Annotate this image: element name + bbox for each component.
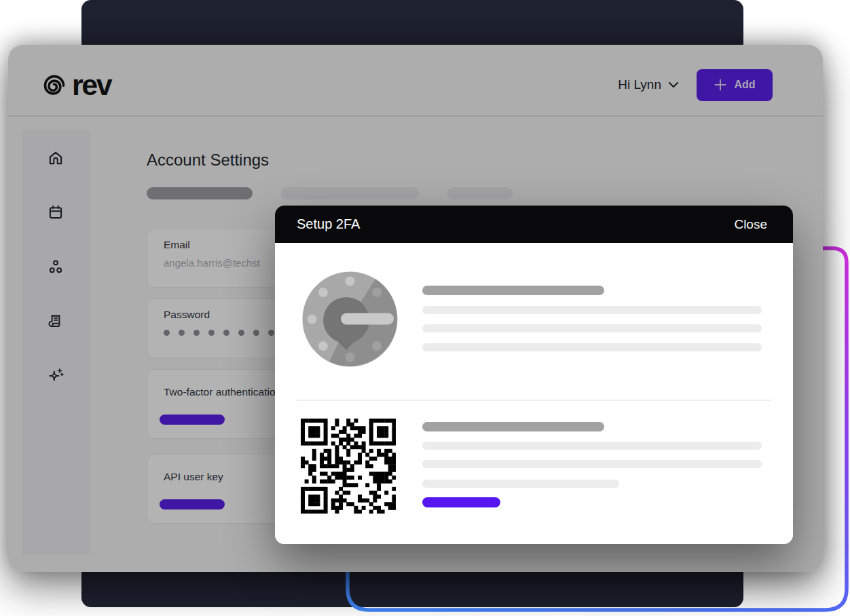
google-authenticator-icon: [301, 270, 399, 368]
setup-2fa-modal: Setup 2FA Close: [275, 206, 793, 544]
modal-header: Setup 2FA Close: [275, 206, 793, 243]
modal-divider: [297, 400, 771, 401]
page: rev Hi Lynn Add: [0, 0, 850, 616]
text-placeholder: [422, 460, 762, 468]
text-placeholder: [422, 442, 762, 450]
modal-title: Setup 2FA: [297, 216, 360, 232]
text-placeholder: [422, 324, 762, 332]
text-placeholder: [422, 343, 762, 351]
text-placeholder: [422, 480, 619, 488]
text-placeholder: [422, 286, 604, 295]
close-button[interactable]: Close: [734, 217, 767, 232]
button-placeholder[interactable]: [422, 497, 500, 507]
text-placeholder: [422, 422, 604, 431]
text-placeholder: [422, 306, 762, 314]
qr-code: [301, 419, 396, 514]
modal-body: [275, 243, 793, 544]
